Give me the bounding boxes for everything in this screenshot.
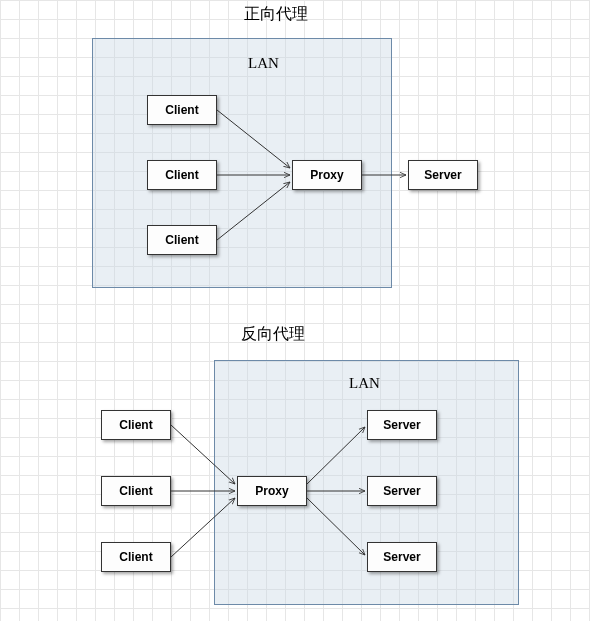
forward-client-3: Client <box>147 225 217 255</box>
reverse-proxy-node: Proxy <box>237 476 307 506</box>
forward-proxy-title: 正向代理 <box>244 4 308 25</box>
reverse-server-1: Server <box>367 410 437 440</box>
reverse-client-1: Client <box>101 410 171 440</box>
reverse-lan-label: LAN <box>349 375 380 392</box>
reverse-server-2: Server <box>367 476 437 506</box>
forward-proxy-node: Proxy <box>292 160 362 190</box>
forward-client-1: Client <box>147 95 217 125</box>
forward-server-node: Server <box>408 160 478 190</box>
forward-lan-label: LAN <box>248 55 279 72</box>
reverse-server-3: Server <box>367 542 437 572</box>
reverse-client-2: Client <box>101 476 171 506</box>
reverse-proxy-title: 反向代理 <box>241 324 305 345</box>
reverse-client-3: Client <box>101 542 171 572</box>
forward-client-2: Client <box>147 160 217 190</box>
